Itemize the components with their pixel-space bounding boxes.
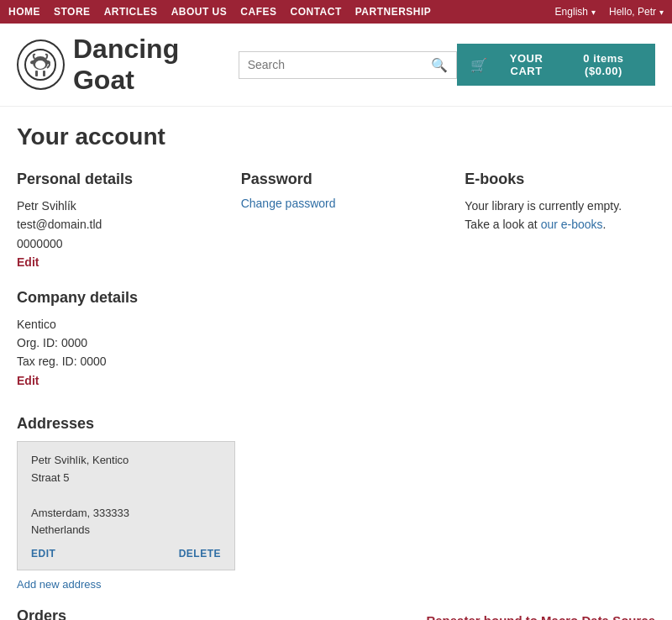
nav-home[interactable]: HOME [8, 6, 40, 18]
personal-info: Petr Svihlík test@domain.tld 0000000 Edi… [17, 197, 207, 272]
svg-rect-5 [35, 71, 38, 76]
add-address-link[interactable]: Add new address [17, 578, 101, 591]
ebooks-period: . [603, 218, 606, 231]
change-password-link[interactable]: Change password [241, 197, 336, 210]
user-phone: 0000000 [17, 234, 207, 253]
orders-header-row: Orders Repeater bound to Macro Data Sour… [17, 607, 655, 620]
nav-store[interactable]: STORE [54, 6, 91, 18]
ebooks-empty-text: Your library is currently empty. [465, 199, 622, 213]
search-icon: 🔍 [431, 57, 448, 73]
company-info: Kentico Org. ID: 0000 Tax reg. ID: 0000 … [17, 315, 207, 391]
ebooks-heading: E-books [465, 171, 655, 188]
site-logo-text: Dancing Goat [73, 34, 239, 96]
chevron-down-icon: ▾ [591, 8, 596, 17]
language-selector[interactable]: English ▾ [555, 6, 596, 18]
address-line5: Netherlands [31, 522, 221, 539]
cart-icon: 🛒 [470, 57, 488, 73]
cart-button[interactable]: 🛒 YOUR CART 0 items ($0.00) [457, 44, 655, 86]
user-label: Hello, Petr [609, 6, 656, 18]
password-section: Password Change password [241, 171, 432, 390]
personal-details-heading: Personal details [17, 171, 207, 188]
company-org-id: Org. ID: 0000 [17, 334, 207, 352]
cart-label: YOUR CART [494, 52, 559, 77]
chevron-down-icon: ▾ [659, 8, 664, 17]
user-name: Petr Svihlík [17, 197, 207, 215]
site-header: Dancing Goat 🔍 🛒 YOUR CART 0 items ($0.0… [0, 24, 672, 107]
nav-articles[interactable]: ARTICLES [104, 6, 158, 18]
page-title: Your account [17, 123, 655, 150]
address-card: Petr Svihlík, Kentico Straat 5 Amsterdam… [17, 441, 235, 570]
nav-contact[interactable]: CONTACT [290, 6, 341, 18]
main-content: Your account Personal details Petr Svihl… [0, 107, 672, 620]
address-line1: Petr Svihlík, Kentico [31, 452, 221, 470]
logo-icon [17, 39, 65, 90]
nav-partnership[interactable]: PARTNERSHIP [355, 6, 432, 18]
top-navigation: HOME STORE ARTICLES ABOUT US CAFES CONTA… [8, 6, 431, 18]
address-line2: Straat 5 [31, 470, 221, 487]
nav-cafes[interactable]: CAFES [240, 6, 276, 18]
edit-personal-link[interactable]: Edit [17, 255, 39, 269]
addresses-heading: Addresses [17, 415, 655, 433]
company-details-section: Company details Kentico Org. ID: 0000 Ta… [17, 289, 207, 391]
search-input[interactable] [248, 58, 431, 71]
search-box[interactable]: 🔍 [239, 51, 457, 79]
orders-section: Orders Repeater bound to Macro Data Sour… [17, 607, 655, 620]
personal-details-section: Personal details Petr Svihlík test@domai… [17, 171, 207, 390]
address-line3 [31, 487, 221, 505]
top-bar-right: English ▾ Hello, Petr ▾ [555, 6, 664, 18]
ebooks-link[interactable]: our e-books [541, 218, 603, 231]
ebooks-text: Your library is currently empty. Take a … [465, 197, 655, 234]
company-name: Kentico [17, 315, 207, 334]
top-nav-bar: HOME STORE ARTICLES ABOUT US CAFES CONTA… [0, 0, 672, 24]
account-sections: Personal details Petr Svihlík test@domai… [17, 171, 655, 390]
svg-rect-6 [43, 71, 45, 76]
nav-about-us[interactable]: ABOUT US [171, 6, 228, 18]
user-email: test@domain.tld [17, 215, 207, 234]
ebooks-section: E-books Your library is currently empty.… [465, 171, 655, 390]
edit-address-link[interactable]: EDIT [31, 548, 55, 560]
company-details-heading: Company details [17, 289, 207, 307]
company-tax-id: Tax reg. ID: 0000 [17, 352, 207, 370]
svg-point-2 [35, 60, 45, 69]
ebooks-cta-text: Take a look at [465, 218, 540, 231]
logo-area: Dancing Goat [17, 34, 239, 96]
cart-items: 0 items ($0.00) [565, 52, 642, 77]
address-actions: EDIT DELETE [31, 548, 221, 560]
addresses-section: Addresses Petr Svihlík, Kentico Straat 5… [17, 415, 655, 591]
delete-address-link[interactable]: DELETE [179, 548, 221, 560]
user-menu[interactable]: Hello, Petr ▾ [609, 6, 664, 18]
repeater-note: Repeater bound to Macro Data Source [426, 613, 655, 620]
edit-company-link[interactable]: Edit [17, 374, 39, 387]
orders-heading: Orders [17, 607, 66, 620]
address-line4: Amsterdam, 333333 [31, 505, 221, 523]
language-label: English [555, 6, 588, 18]
password-heading: Password [241, 171, 432, 188]
